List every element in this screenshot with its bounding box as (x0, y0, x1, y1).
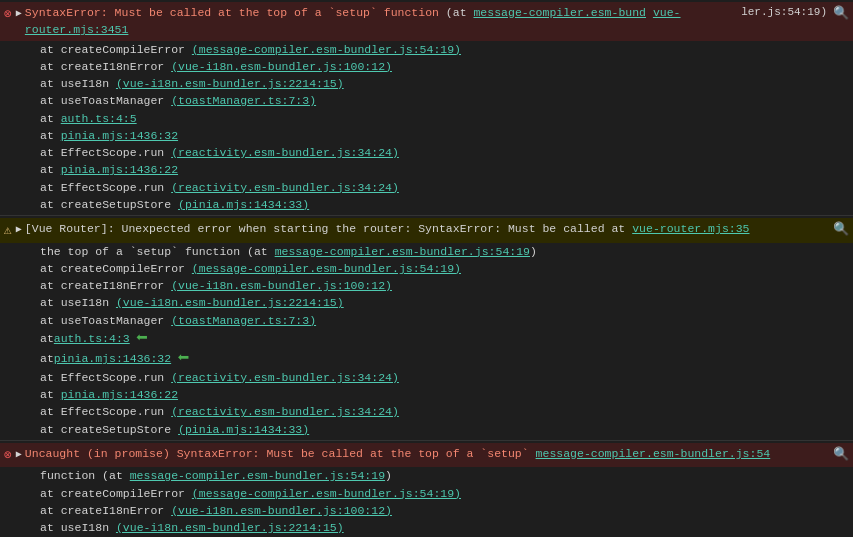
stack-link[interactable]: (toastManager.ts:7:3) (171, 314, 316, 327)
stack-link[interactable]: pinia.mjs:1436:22 (61, 163, 178, 176)
stack-line: at EffectScope.run (reactivity.esm-bundl… (36, 403, 853, 420)
stack-link[interactable]: (reactivity.esm-bundler.js:34:24) (171, 146, 399, 159)
stack-line: at pinia.mjs:1436:22 (36, 161, 853, 178)
stack-link[interactable]: (vue-i18n.esm-bundler.js:100:12) (171, 279, 392, 292)
expand-arrow-3[interactable]: ▶ (16, 447, 22, 462)
search-icon-3[interactable]: 🔍 (833, 445, 849, 465)
stack-line: at createI18nError (vue-i18n.esm-bundler… (36, 502, 853, 519)
green-arrow-icon-1: ⬅ (136, 329, 148, 349)
stack-link[interactable]: (reactivity.esm-bundler.js:34:24) (171, 371, 399, 384)
console-panel: ⊗ ▶ SyntaxError: Must be called at the t… (0, 0, 853, 537)
stack-link[interactable]: (pinia.mjs:1434:33) (178, 423, 309, 436)
stack-line: at useI18n (vue-i18n.esm-bundler.js:2214… (36, 294, 853, 311)
stack-link[interactable]: auth.ts:4:5 (61, 112, 137, 125)
green-arrow-icon-2: ⬅ (177, 349, 189, 369)
stack-link[interactable]: auth.ts:4:3 (54, 330, 130, 347)
stack-link[interactable]: pinia.mjs:1436:32 (61, 129, 178, 142)
search-icon-1[interactable]: 🔍 (833, 4, 849, 24)
stack-link[interactable]: (vue-i18n.esm-bundler.js:2214:15) (116, 521, 344, 534)
stack-line: at createCompileError (message-compiler.… (36, 260, 853, 277)
warning-block-2: ⚠ ▶ [Vue Router]: Unexpected error when … (0, 216, 853, 441)
stack-line: at auth.ts:4:3 ⬅ (36, 329, 853, 349)
stack-line: at createI18nError (vue-i18n.esm-bundler… (36, 58, 853, 75)
stack-line: at EffectScope.run (reactivity.esm-bundl… (36, 144, 853, 161)
error-header-1[interactable]: ⊗ ▶ SyntaxError: Must be called at the t… (0, 2, 853, 41)
link-msg-compiler-3[interactable]: message-compiler.esm-bundler.js:54 (536, 447, 771, 460)
stack-line: at createSetupStore (pinia.mjs:1434:33) (36, 196, 853, 213)
stack-link[interactable]: (reactivity.esm-bundler.js:34:24) (171, 181, 399, 194)
link-msg-compiler-1[interactable]: message-compiler.esm-bund (473, 6, 646, 19)
warning-message-2: [Vue Router]: Unexpected error when star… (25, 220, 827, 237)
stack-link[interactable]: message-compiler.esm-bundler.js:54:19 (130, 469, 385, 482)
stack-line: at EffectScope.run (reactivity.esm-bundl… (36, 179, 853, 196)
link-vue-router-2[interactable]: vue-router.mjs:35 (632, 222, 749, 235)
stack-line: function (at message-compiler.esm-bundle… (36, 467, 853, 484)
error-block-1: ⊗ ▶ SyntaxError: Must be called at the t… (0, 0, 853, 216)
stack-link[interactable]: (vue-i18n.esm-bundler.js:2214:15) (116, 296, 344, 309)
warning-body-2: the top of a `setup` function (at messag… (0, 243, 853, 438)
stack-line: at createCompileError (message-compiler.… (36, 41, 853, 58)
stack-link[interactable]: (vue-i18n.esm-bundler.js:2214:15) (116, 77, 344, 90)
expand-arrow-1[interactable]: ▶ (16, 6, 22, 21)
triangle-warning-icon-2: ⚠ (4, 221, 12, 241)
stack-line: at pinia.mjs:1436:32 (36, 127, 853, 144)
circle-error-icon-1: ⊗ (4, 5, 12, 25)
error-header-3[interactable]: ⊗ ▶ Uncaught (in promise) SyntaxError: M… (0, 443, 853, 468)
stack-line: at createSetupStore (pinia.mjs:1434:33) (36, 421, 853, 438)
stack-link[interactable]: pinia.mjs:1436:32 (54, 350, 171, 367)
error-message-3: Uncaught (in promise) SyntaxError: Must … (25, 445, 827, 462)
stack-line: the top of a `setup` function (at messag… (36, 243, 853, 260)
stack-trace-1: at createCompileError (message-compiler.… (0, 41, 853, 214)
stack-link[interactable]: (reactivity.esm-bundler.js:34:24) (171, 405, 399, 418)
stack-line: at pinia.mjs:1436:32 ⬅ (36, 349, 853, 369)
stack-line: at createI18nError (vue-i18n.esm-bundler… (36, 277, 853, 294)
stack-link[interactable]: (vue-i18n.esm-bundler.js:100:12) (171, 60, 392, 73)
stack-line: at useI18n (vue-i18n.esm-bundler.js:2214… (36, 75, 853, 92)
stack-link[interactable]: (toastManager.ts:7:3) (171, 94, 316, 107)
stack-line: at auth.ts:4:5 (36, 110, 853, 127)
stack-line: at useToastManager (toastManager.ts:7:3) (36, 312, 853, 329)
stack-trace-3: function (at message-compiler.esm-bundle… (0, 467, 853, 537)
stack-line: at useToastManager (toastManager.ts:7:3) (36, 92, 853, 109)
stack-link[interactable]: (pinia.mjs:1434:33) (178, 198, 309, 211)
stack-line: at pinia.mjs:1436:22 (36, 386, 853, 403)
error-block-3: ⊗ ▶ Uncaught (in promise) SyntaxError: M… (0, 441, 853, 537)
stack-link[interactable]: (message-compiler.esm-bundler.js:54:19) (192, 487, 461, 500)
stack-line: at createCompileError (message-compiler.… (36, 485, 853, 502)
circle-error-icon-3: ⊗ (4, 446, 12, 466)
stack-link[interactable]: (message-compiler.esm-bundler.js:54:19) (192, 43, 461, 56)
warning-header-2[interactable]: ⚠ ▶ [Vue Router]: Unexpected error when … (0, 218, 853, 243)
expand-arrow-2[interactable]: ▶ (16, 222, 22, 237)
search-icon-2[interactable]: 🔍 (833, 220, 849, 240)
stack-line: at useI18n (vue-i18n.esm-bundler.js:2214… (36, 519, 853, 536)
stack-link[interactable]: (message-compiler.esm-bundler.js:54:19) (192, 262, 461, 275)
stack-link[interactable]: pinia.mjs:1436:22 (61, 388, 178, 401)
error-message-1: SyntaxError: Must be called at the top o… (25, 4, 741, 39)
stack-link[interactable]: message-compiler.esm-bundler.js:54:19 (275, 245, 530, 258)
stack-line: at EffectScope.run (reactivity.esm-bundl… (36, 369, 853, 386)
stack-link[interactable]: (vue-i18n.esm-bundler.js:100:12) (171, 504, 392, 517)
